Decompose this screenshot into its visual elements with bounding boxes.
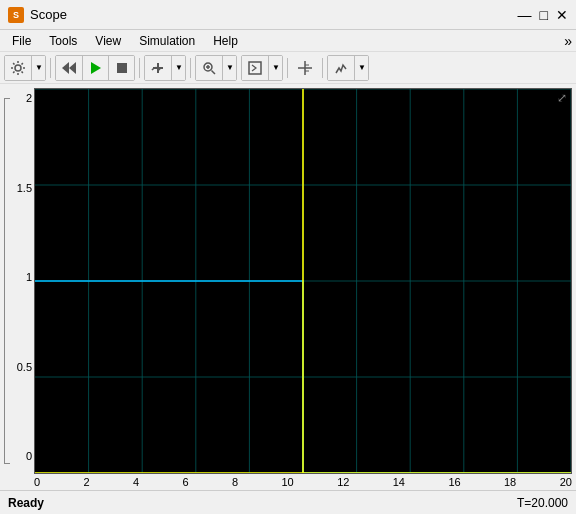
zoom-fit-dropdown[interactable]: ▼ — [268, 56, 282, 80]
sim-controls-group — [55, 55, 135, 81]
plot-wrapper: 2 1.5 1 0.5 0 — [0, 84, 576, 490]
svg-line-8 — [212, 70, 216, 74]
inspect-dropdown[interactable]: ▼ — [354, 56, 368, 80]
toolbar: ▼ ▼ ▼ — [0, 52, 576, 84]
minimize-button[interactable]: — — [518, 8, 532, 22]
svg-marker-1 — [62, 62, 69, 74]
x-label-2: 2 — [84, 476, 90, 488]
add-signal-group: ▼ — [144, 55, 186, 81]
sep4 — [287, 58, 288, 78]
x-label-16: 16 — [448, 476, 460, 488]
x-label-0: 0 — [34, 476, 40, 488]
svg-rect-11 — [249, 62, 261, 74]
inspect-group: ▼ — [327, 55, 369, 81]
window-title: Scope — [30, 7, 518, 22]
stop-button[interactable] — [108, 56, 134, 80]
x-label-14: 14 — [393, 476, 405, 488]
maximize-button[interactable]: □ — [540, 8, 548, 22]
svg-rect-4 — [117, 63, 127, 73]
menu-tools[interactable]: Tools — [41, 32, 85, 50]
sep3 — [190, 58, 191, 78]
scope-app-icon: S — [8, 7, 24, 23]
menu-file[interactable]: File — [4, 32, 39, 50]
x-label-6: 6 — [183, 476, 189, 488]
status-bar: Ready T=20.000 — [0, 490, 576, 514]
inspect-button[interactable] — [328, 56, 354, 80]
settings-button[interactable] — [5, 56, 31, 80]
x-label-10: 10 — [282, 476, 294, 488]
zoom-in-dropdown[interactable]: ▼ — [222, 56, 236, 80]
x-label-4: 4 — [133, 476, 139, 488]
rewind-button[interactable] — [56, 56, 82, 80]
menu-bar: File Tools View Simulation Help » — [0, 30, 576, 52]
zoom-fit-button[interactable] — [242, 56, 268, 80]
menu-simulation[interactable]: Simulation — [131, 32, 203, 50]
cursor-button[interactable] — [292, 56, 318, 80]
run-button[interactable] — [82, 56, 108, 80]
status-ready-label: Ready — [8, 496, 44, 510]
x-axis-labels: 0 2 4 6 8 10 12 14 16 18 20 — [34, 476, 572, 488]
svg-marker-2 — [69, 62, 76, 74]
svg-marker-3 — [91, 62, 101, 74]
title-bar: S Scope — □ ✕ — [0, 0, 576, 30]
settings-group: ▼ — [4, 55, 46, 81]
y-axis-bracket — [4, 98, 10, 464]
x-axis: 0 2 4 6 8 10 12 14 16 18 20 — [34, 474, 572, 488]
close-button[interactable]: ✕ — [556, 8, 568, 22]
scope-svg — [35, 89, 571, 473]
y-axis: 2 1.5 1 0.5 0 — [4, 88, 34, 474]
x-label-8: 8 — [232, 476, 238, 488]
plot-expand-icon[interactable]: ⤢ — [557, 91, 567, 105]
sep1 — [50, 58, 51, 78]
settings-dropdown[interactable]: ▼ — [31, 56, 45, 80]
x-label-18: 18 — [504, 476, 516, 488]
add-signal-button[interactable] — [145, 56, 171, 80]
sep2 — [139, 58, 140, 78]
zoom-fit-group: ▼ — [241, 55, 283, 81]
window-controls: — □ ✕ — [518, 8, 568, 22]
x-label-20: 20 — [560, 476, 572, 488]
sep5 — [322, 58, 323, 78]
menu-view[interactable]: View — [87, 32, 129, 50]
x-label-12: 12 — [337, 476, 349, 488]
menu-help[interactable]: Help — [205, 32, 246, 50]
status-time-label: T=20.000 — [517, 496, 568, 510]
plot-with-yaxis: 2 1.5 1 0.5 0 — [4, 88, 572, 474]
zoom-group: ▼ — [195, 55, 237, 81]
svg-point-0 — [15, 65, 21, 71]
menu-collapse-icon[interactable]: » — [564, 33, 572, 49]
add-signal-dropdown[interactable]: ▼ — [171, 56, 185, 80]
plot-area[interactable]: ⤢ — [34, 88, 572, 474]
zoom-in-button[interactable] — [196, 56, 222, 80]
